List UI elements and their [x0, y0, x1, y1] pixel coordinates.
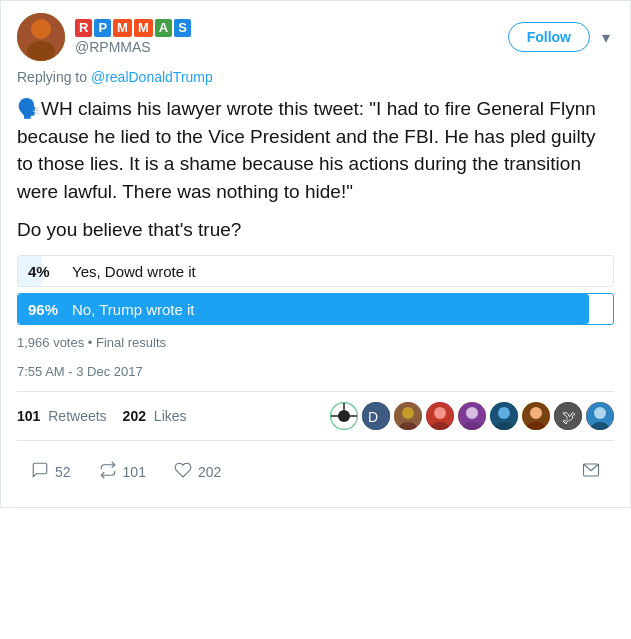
- poll-question: Do you believe that's true?: [17, 219, 614, 241]
- svg-point-1: [31, 19, 51, 39]
- poll-percent-1: 4%: [28, 263, 64, 280]
- retweeter-avatar-4: [426, 402, 454, 430]
- retweeter-avatar-8: 🕊: [554, 402, 582, 430]
- retweeter-avatar-3: [394, 402, 422, 430]
- poll-final: Final results: [96, 335, 166, 350]
- account-name-area: R P M M A S @RPMMAS: [75, 19, 191, 56]
- replying-to-mention[interactable]: @realDonaldTrump: [91, 69, 213, 85]
- tweet-header: R P M M A S @RPMMAS Follow ▾: [17, 13, 614, 61]
- tweet-actions: 52 101 202: [17, 449, 614, 495]
- retweeter-avatar-9: [586, 402, 614, 430]
- header-right: Follow ▾: [508, 22, 614, 52]
- badge-m1: M: [113, 19, 132, 38]
- chevron-down-icon: ▾: [602, 29, 610, 46]
- tweet-text: 🗣️WH claims his lawyer wrote this tweet:…: [17, 98, 596, 202]
- retweet-count: 101: [123, 464, 146, 480]
- mail-button[interactable]: [568, 453, 614, 491]
- badge-p: P: [94, 19, 111, 38]
- svg-point-2: [27, 41, 55, 61]
- badge-a: A: [155, 19, 172, 38]
- more-options-button[interactable]: ▾: [598, 24, 614, 51]
- reply-icon: [31, 461, 49, 483]
- likes-label: Likes: [154, 408, 187, 424]
- poll-separator: •: [84, 335, 96, 350]
- svg-point-11: [402, 407, 414, 419]
- retweeter-avatar-6: [490, 402, 518, 430]
- likes-stat[interactable]: 202 Likes: [123, 408, 187, 424]
- avatar[interactable]: [17, 13, 65, 61]
- tweet-body: 🗣️WH claims his lawyer wrote this tweet:…: [17, 95, 614, 205]
- mail-icon: [582, 461, 600, 483]
- retweeter-avatar-7: [522, 402, 550, 430]
- retweets-label: Retweets: [48, 408, 106, 424]
- tweet-header-left: R P M M A S @RPMMAS: [17, 13, 191, 61]
- account-badge-row: R P M M A S: [75, 19, 191, 38]
- retweeter-avatar-2: D: [362, 402, 390, 430]
- account-handle[interactable]: @RPMMAS: [75, 39, 191, 55]
- replying-to-prefix: Replying to: [17, 69, 91, 85]
- likes-count: 202: [123, 408, 146, 424]
- replying-to: Replying to @realDonaldTrump: [17, 69, 614, 85]
- avatar-image: [17, 13, 65, 61]
- tweet-timestamp: 7:55 AM - 3 Dec 2017: [17, 364, 614, 379]
- svg-point-14: [434, 407, 446, 419]
- badge-s: S: [174, 19, 191, 38]
- poll-label-1: Yes, Dowd wrote it: [72, 263, 196, 280]
- tweet-stats: 101 Retweets 202 Likes D: [17, 391, 614, 441]
- like-count: 202: [198, 464, 221, 480]
- badge-r: R: [75, 19, 92, 38]
- poll-wrapper: 4% Yes, Dowd wrote it 96% No, Trump wrot…: [17, 255, 614, 325]
- poll-meta: 1,966 votes • Final results: [17, 335, 614, 350]
- poll-votes: 1,966 votes: [17, 335, 84, 350]
- poll-option-1-content: 4% Yes, Dowd wrote it: [18, 263, 613, 280]
- like-button[interactable]: 202: [160, 453, 235, 491]
- poll-option-2-content: 96% No, Trump wrote it: [18, 301, 613, 318]
- retweets-stat[interactable]: 101 Retweets: [17, 408, 107, 424]
- retweets-count: 101: [17, 408, 40, 424]
- poll-option-1[interactable]: 4% Yes, Dowd wrote it: [17, 255, 614, 287]
- poll-percent-2: 96%: [28, 301, 64, 318]
- poll-option-2[interactable]: 96% No, Trump wrote it: [17, 293, 614, 325]
- follow-button[interactable]: Follow: [508, 22, 590, 52]
- tweet-card: R P M M A S @RPMMAS Follow ▾ Replying to…: [0, 0, 631, 508]
- retweet-icon: [99, 461, 117, 483]
- svg-point-28: [594, 407, 606, 419]
- retweeter-avatar-1: [330, 402, 358, 430]
- retweeters-avatars: D 🕊: [330, 402, 614, 430]
- poll-label-2: No, Trump wrote it: [72, 301, 195, 318]
- svg-point-23: [530, 407, 542, 419]
- retweeter-avatar-5: [458, 402, 486, 430]
- heart-icon: [174, 461, 192, 483]
- badge-m2: M: [134, 19, 153, 38]
- reply-button[interactable]: 52: [17, 453, 85, 491]
- svg-text:D: D: [368, 409, 378, 425]
- svg-point-4: [338, 410, 350, 422]
- reply-count: 52: [55, 464, 71, 480]
- svg-point-20: [498, 407, 510, 419]
- svg-point-17: [466, 407, 478, 419]
- svg-text:🕊: 🕊: [562, 409, 576, 425]
- retweet-button[interactable]: 101: [85, 453, 160, 491]
